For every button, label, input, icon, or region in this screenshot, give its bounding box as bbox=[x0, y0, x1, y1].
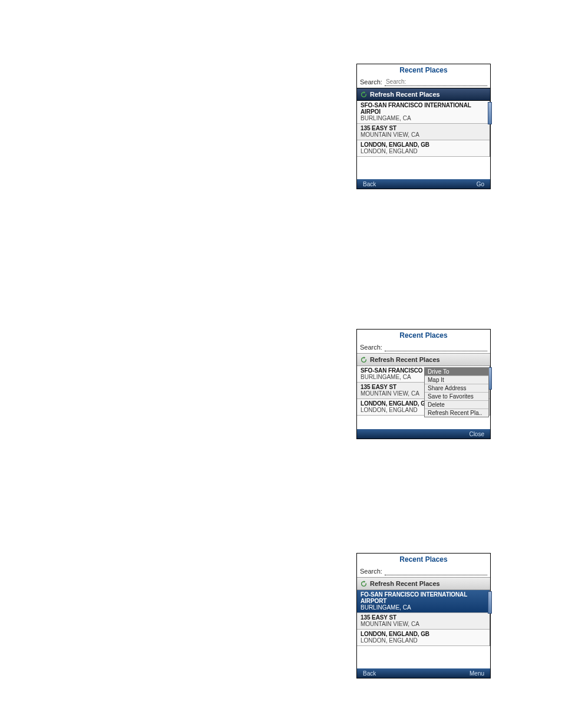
bullet bbox=[102, 207, 351, 218]
menu-item-save-favorites[interactable]: Save to Favorites bbox=[425, 393, 488, 401]
phone-screenshot-a: Recent Places Search: Refresh Recent Pla… bbox=[356, 64, 491, 189]
go-button[interactable]: Go bbox=[477, 181, 484, 187]
close-button[interactable]: Close bbox=[469, 431, 484, 437]
place-title: 135 EASY ST bbox=[361, 125, 486, 131]
search-input[interactable] bbox=[385, 77, 487, 86]
place-subtitle: MOUNTAIN VIEW, CA bbox=[361, 621, 486, 627]
page-title: Recent Places bbox=[357, 330, 490, 341]
refresh-label: Refresh Recent Places bbox=[370, 91, 440, 98]
phone-screenshot-c: Recent Places Search: Refresh Recent Pla… bbox=[356, 553, 491, 678]
list-item[interactable]: LONDON, ENGLAND, GB LONDON, ENGLAND bbox=[357, 630, 490, 646]
bullet-group-3 bbox=[91, 475, 351, 503]
bullet bbox=[102, 190, 351, 200]
search-label: Search: bbox=[360, 344, 382, 351]
bullet bbox=[102, 393, 351, 403]
bullet-group-2 bbox=[91, 375, 351, 461]
refresh-label: Refresh Recent Places bbox=[370, 356, 440, 363]
context-menu: Drive To Map It Share Address Save to Fa… bbox=[424, 367, 489, 417]
search-input[interactable] bbox=[385, 566, 487, 575]
softkey-bar: Back Go bbox=[357, 179, 490, 189]
search-label: Search: bbox=[360, 568, 382, 575]
search-row: Search: bbox=[357, 565, 490, 577]
list-item[interactable]: 135 EASY ST MOUNTAIN VIEW, CA bbox=[357, 613, 490, 630]
place-title: SFO-SAN FRANCISCO INTERNATIONAL AIRPOI bbox=[361, 102, 486, 115]
bullet bbox=[102, 243, 351, 253]
bullet bbox=[102, 375, 351, 386]
scrollbar-thumb[interactable] bbox=[488, 591, 492, 614]
place-title: LONDON, ENGLAND, GB bbox=[361, 141, 486, 148]
back-button[interactable]: Back bbox=[363, 670, 376, 677]
page-title: Recent Places bbox=[357, 64, 490, 76]
place-subtitle: LONDON, ENGLAND bbox=[361, 637, 486, 644]
menu-item-refresh-recent[interactable]: Refresh Recent Pla.. bbox=[425, 409, 488, 417]
recent-places-list: FO-SAN FRANCISCO INTERNATIONAL AIRPORT B… bbox=[357, 590, 490, 646]
place-subtitle: MOUNTAIN VIEW, CA bbox=[361, 131, 486, 138]
place-title: 135 EASY ST bbox=[361, 614, 486, 621]
bullet-group-1 bbox=[91, 190, 351, 253]
page: Recent Places Search: Refresh Recent Pla… bbox=[0, 0, 562, 728]
back-button[interactable]: Back bbox=[363, 181, 376, 187]
recent-places-list: SFO-SAN FRANCISCO INTERNATIONAL AIRPOI B… bbox=[357, 101, 490, 157]
page-title: Recent Places bbox=[357, 554, 490, 565]
menu-item-drive-to[interactable]: Drive To bbox=[425, 368, 488, 376]
bullet bbox=[102, 450, 351, 461]
bullet bbox=[102, 475, 351, 486]
refresh-icon bbox=[361, 357, 367, 363]
search-input[interactable] bbox=[385, 342, 487, 351]
bullet bbox=[102, 225, 351, 236]
list-item[interactable]: LONDON, ENGLAND, GB LONDON, ENGLAND bbox=[357, 140, 490, 157]
refresh-icon bbox=[361, 581, 367, 587]
place-subtitle: LONDON, ENGLAND bbox=[361, 148, 486, 154]
scrollbar-thumb[interactable] bbox=[488, 102, 492, 124]
refresh-recent-places-button[interactable]: Refresh Recent Places bbox=[357, 577, 490, 590]
softkey-bar: Close bbox=[357, 429, 490, 439]
menu-button[interactable]: Menu bbox=[470, 670, 484, 677]
menu-item-share-address[interactable]: Share Address bbox=[425, 384, 488, 393]
search-row: Search: bbox=[357, 76, 490, 88]
list-item[interactable]: 135 EASY ST MOUNTAIN VIEW, CA bbox=[357, 124, 490, 140]
refresh-label: Refresh Recent Places bbox=[370, 580, 440, 587]
place-subtitle: BURLINGAME, CA bbox=[361, 115, 486, 121]
place-subtitle: BURLINGAME, CA bbox=[361, 604, 486, 611]
place-title: LONDON, ENGLAND, GB bbox=[361, 631, 486, 637]
search-row: Search: bbox=[357, 341, 490, 353]
refresh-recent-places-button[interactable]: Refresh Recent Places bbox=[357, 88, 490, 101]
softkey-bar: Back Menu bbox=[357, 668, 490, 678]
refresh-icon bbox=[361, 91, 367, 98]
bullet bbox=[102, 410, 351, 421]
list-item[interactable]: SFO-SAN FRANCISCO INTERNATIONAL AIRPOI B… bbox=[357, 101, 490, 124]
menu-item-delete[interactable]: Delete bbox=[425, 401, 488, 409]
search-label: Search: bbox=[360, 78, 382, 85]
refresh-recent-places-button[interactable]: Refresh Recent Places bbox=[357, 353, 490, 366]
list-item-selected[interactable]: FO-SAN FRANCISCO INTERNATIONAL AIRPORT B… bbox=[357, 590, 490, 613]
menu-item-map-it[interactable]: Map It bbox=[425, 376, 488, 384]
left-text-column bbox=[91, 183, 351, 518]
phone-screenshot-b: Recent Places Search: Refresh Recent Pla… bbox=[356, 329, 491, 439]
bullet bbox=[102, 493, 351, 503]
place-title: FO-SAN FRANCISCO INTERNATIONAL AIRPORT bbox=[361, 591, 486, 604]
